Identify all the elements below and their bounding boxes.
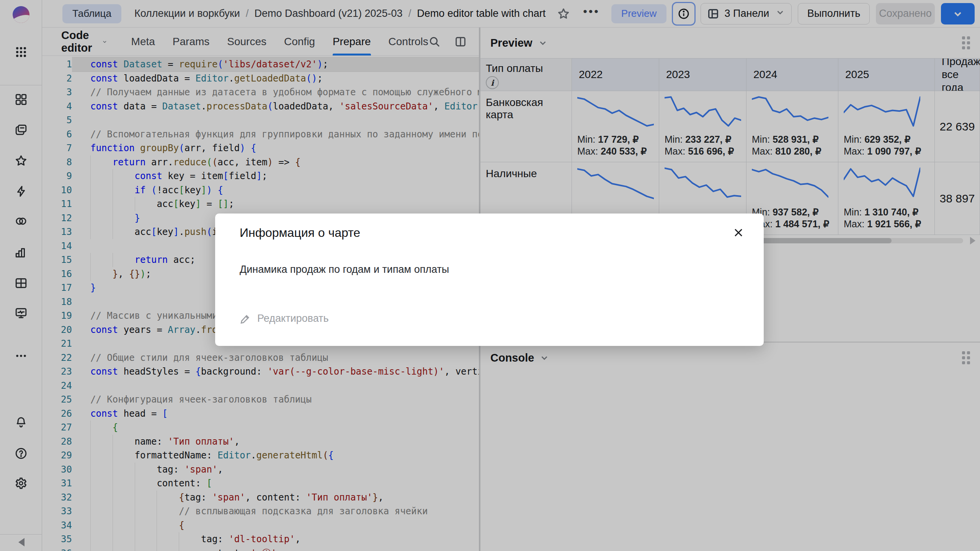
modal-description: Динамика продаж по годам и типам оплаты: [240, 264, 742, 276]
pencil-icon: [240, 313, 251, 324]
app-root: Таблица Коллекции и воркбуки/Demo Dashbo…: [0, 0, 980, 551]
chart-info-modal: Информация о чарте Динамика продаж по го…: [215, 214, 764, 346]
modal-title: Информация о чарте: [240, 226, 742, 240]
edit-button-label: Редактировать: [257, 313, 329, 324]
edit-button[interactable]: Редактировать: [240, 313, 329, 324]
close-icon[interactable]: [730, 224, 747, 241]
